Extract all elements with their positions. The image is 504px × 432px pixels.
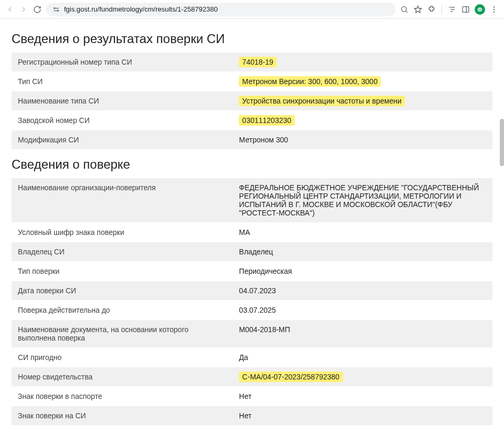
row-label: Регистрационный номер типа СИ: [12, 53, 233, 72]
toolbar-divider: [442, 5, 442, 14]
table-row: Модификация СИМетроном 300: [12, 130, 492, 150]
svg-marker-6: [414, 6, 421, 13]
svg-point-12: [494, 6, 495, 7]
row-value: Метроном 300: [233, 130, 492, 150]
table-row: Регистрационный номер типа СИ74018-19: [12, 53, 492, 72]
site-settings-icon[interactable]: [51, 5, 61, 14]
section-title-results: Сведения о результатах поверки СИ: [12, 32, 492, 46]
table-row: Наименование документа, на основании кот…: [12, 320, 492, 348]
row-value: Устройства синхронизации частоты и време…: [233, 91, 492, 111]
row-value: Нет: [233, 387, 492, 406]
table-row: Поверка действительна до03.07.2025: [12, 301, 492, 320]
row-value: 03.07.2025: [233, 301, 492, 320]
svg-point-0: [54, 7, 55, 8]
row-label: Модификация СИ: [12, 130, 233, 150]
table-row: Знак поверки в паспортеНет: [12, 387, 492, 406]
table-row: СИ пригодноДа: [12, 348, 492, 367]
row-label: Наименование организации-поверителя: [12, 178, 233, 223]
svg-rect-10: [463, 6, 469, 12]
table-row: Дата поверки СИ04.07.2023: [12, 281, 492, 301]
browser-toolbar: fgis.gost.ru/fundmetrology/cm/results/1-…: [0, 0, 504, 19]
row-label: Условный шифр знака поверки: [12, 223, 233, 242]
row-value: Периодическая: [233, 262, 492, 281]
table-row: Тип СИМетроном Версии: 300, 600, 1000, 3…: [12, 72, 492, 91]
row-value: МА: [233, 223, 492, 242]
table-row: Наименование организации-поверителяФЕДЕР…: [12, 178, 492, 223]
menu-icon[interactable]: [489, 5, 499, 14]
row-label: Номер свидетельства: [12, 367, 233, 387]
row-label: Заводской номер СИ: [12, 111, 233, 130]
back-button[interactable]: [5, 5, 15, 14]
row-label: Тип СИ: [12, 72, 233, 91]
row-label: СИ пригодно: [12, 348, 233, 367]
table-row: Знак поверки на СИНет: [12, 406, 492, 426]
table-row: Условный шифр знака поверкиМА: [12, 223, 492, 242]
row-label: Знак поверки в паспорте: [12, 387, 233, 406]
row-value: 74018-19: [233, 53, 492, 72]
table-row: Заводской номер СИ030111203230: [12, 111, 492, 130]
row-label: Поверка действительна до: [12, 301, 233, 320]
bookmark-icon[interactable]: [413, 5, 423, 14]
svg-point-14: [494, 11, 495, 12]
results-table: Регистрационный номер типа СИ74018-19Тип…: [12, 53, 492, 150]
row-label: Владелец СИ: [12, 242, 233, 262]
url-text: fgis.gost.ru/fundmetrology/cm/results/1-…: [64, 5, 218, 13]
reading-list-icon[interactable]: [447, 5, 457, 14]
reload-button[interactable]: [33, 5, 42, 14]
profile-avatar[interactable]: Ф: [475, 4, 485, 15]
highlight: 74018-19: [239, 57, 276, 67]
row-value: Метроном Версии: 300, 600, 1000, 3000: [233, 72, 492, 91]
row-label: Дата поверки СИ: [12, 281, 233, 301]
table-row: Владелец СИВладелец: [12, 242, 492, 262]
svg-point-4: [402, 6, 406, 11]
svg-point-13: [494, 8, 495, 9]
page-content: Сведения о результатах поверки СИ Регист…: [0, 19, 504, 426]
row-value: С-МА/04-07-2023/258792380: [233, 367, 492, 387]
row-value: Да: [233, 348, 492, 367]
verification-table: Наименование организации-поверителяФЕДЕР…: [12, 178, 492, 426]
row-value: Нет: [233, 406, 492, 426]
row-value: М004-2018-МП: [233, 320, 492, 348]
address-bar[interactable]: fgis.gost.ru/fundmetrology/cm/results/1-…: [46, 3, 395, 16]
highlight: 030111203230: [239, 115, 294, 126]
row-label: Знак поверки на СИ: [12, 406, 233, 426]
extensions-icon[interactable]: [427, 5, 436, 14]
row-value: 030111203230: [233, 111, 492, 130]
row-value: 04.07.2023: [233, 281, 492, 301]
table-row: Наименование типа СИУстройства синхрониз…: [12, 91, 492, 111]
scrollbar-thumb[interactable]: [500, 119, 504, 166]
row-label: Наименование документа, на основании кот…: [12, 320, 233, 348]
highlight: Метроном Версии: 300, 600, 1000, 3000: [239, 76, 381, 87]
row-label: Тип поверки: [12, 262, 233, 281]
row-value: ФЕДЕРАЛЬНОЕ БЮДЖЕТНОЕ УЧРЕЖДЕНИЕ "ГОСУДА…: [233, 178, 492, 223]
row-value: Владелец: [233, 242, 492, 262]
table-row: Тип поверкиПериодическая: [12, 262, 492, 281]
side-panel-icon[interactable]: [461, 5, 470, 14]
row-label: Наименование типа СИ: [12, 91, 233, 111]
svg-point-1: [57, 10, 58, 11]
forward-button[interactable]: [19, 5, 28, 14]
highlight: Устройства синхронизации частоты и време…: [239, 96, 404, 106]
highlight: С-МА/04-07-2023/258792380: [239, 372, 342, 382]
section-title-verification: Сведения о поверке: [12, 157, 492, 172]
svg-line-5: [406, 11, 407, 13]
zoom-icon[interactable]: [400, 5, 409, 14]
table-row: Номер свидетельстваС-МА/04-07-2023/25879…: [12, 367, 492, 387]
